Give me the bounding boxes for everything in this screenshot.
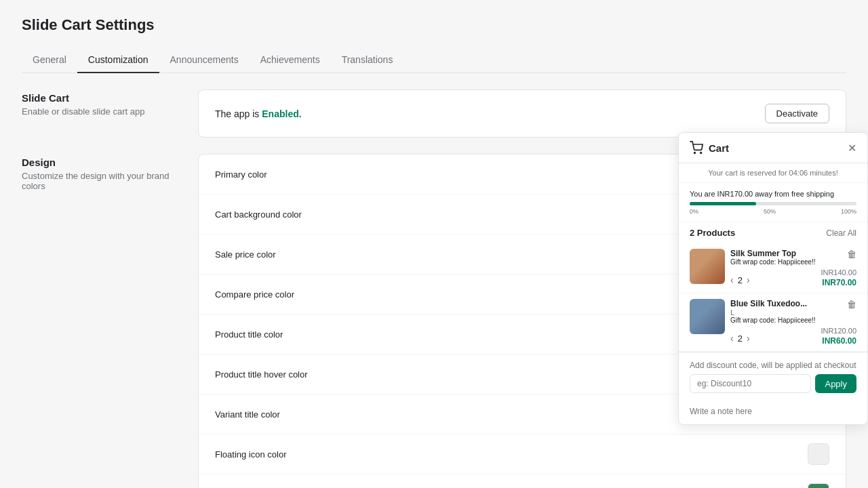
enabled-status: Enabled. (262, 108, 301, 119)
discount-input[interactable] (690, 374, 811, 393)
progress-fill (690, 202, 756, 205)
product-variant-2: L (730, 308, 816, 317)
color-label-7: Floating icon color (215, 449, 287, 460)
color-label-5: Product title hover color (215, 369, 308, 380)
discount-input-row: Apply (690, 374, 856, 393)
cart-products-header: 2 Products Clear All (679, 222, 867, 243)
product-info-1: Silk Summer Top Gift wrap code: Happiice… (730, 249, 856, 287)
price-original-2: INR120.00 (821, 327, 856, 335)
color-label-3: Compare price color (215, 289, 294, 300)
design-section-title: Design (22, 157, 182, 168)
apply-button[interactable]: Apply (815, 374, 856, 393)
tabs-bar: General Customization Announcements Achi… (22, 47, 846, 73)
qty-value-1: 2 (738, 275, 743, 285)
design-section-desc: Customize the design with your brand col… (22, 171, 182, 191)
qty-decrease-2[interactable]: ‹ (730, 333, 734, 344)
color-label-0: Primary color (215, 169, 267, 180)
tab-general[interactable]: General (22, 47, 77, 73)
products-count: 2 Products (690, 228, 735, 238)
color-label-1: Cart background color (215, 209, 302, 220)
tab-announcements[interactable]: Announcements (159, 47, 250, 73)
discount-label: Add discount code, will be applied at ch… (690, 361, 856, 370)
tab-translations[interactable]: Translations (331, 47, 404, 73)
product-prices-2: INR120.00 INR60.00 (821, 327, 856, 346)
clear-all-button[interactable]: Clear All (826, 228, 856, 238)
progress-labels: 0% 50% 100% (690, 208, 856, 215)
price-sale-2: INR60.00 (822, 336, 856, 346)
slide-cart-section-title: Slide Cart (22, 92, 182, 104)
note-label: Write a note here (690, 407, 856, 416)
discount-section: Add discount code, will be applied at ch… (679, 352, 867, 401)
color-label-4: Product title color (215, 329, 283, 340)
deactivate-button[interactable]: Deactivate (765, 104, 829, 123)
qty-decrease-1[interactable]: ‹ (730, 274, 734, 285)
color-label-2: Sale price color (215, 249, 276, 260)
cart-timer: Your cart is reserved for 04:06 minutes! (679, 163, 867, 183)
product-name-2: Blue Silk Tuxedoo... (730, 299, 816, 308)
delete-product-2[interactable]: 🗑 (847, 299, 856, 310)
page-title: Slide Cart Settings (22, 16, 846, 34)
product-prices-1: INR140.00 INR70.00 (821, 268, 856, 287)
gift-wrap-2: Gift wrap code: Happiiceee!! (730, 317, 816, 324)
quantity-control-2: ‹ 2 › (730, 333, 750, 344)
product-name-1: Silk Summer Top (730, 249, 816, 258)
cart-title: Cart (709, 142, 729, 154)
product-info-2: Blue Silk Tuxedoo... L Gift wrap code: H… (730, 299, 856, 346)
tab-customization[interactable]: Customization (77, 47, 159, 73)
shipping-text: You are INR170.00 away from free shippin… (690, 190, 856, 198)
color-swatch-7[interactable] (808, 443, 829, 465)
qty-increase-1[interactable]: › (747, 274, 750, 285)
tab-achievements[interactable]: Achievements (250, 47, 331, 73)
price-sale-1: INR70.00 (822, 278, 856, 287)
quantity-control-1: ‹ 2 › (730, 274, 750, 285)
product-image-1 (690, 249, 725, 284)
svg-point-1 (701, 152, 702, 154)
app-status-text: The app is Enabled. (215, 108, 302, 119)
qty-value-2: 2 (738, 333, 743, 344)
color-row-7: Floating icon color (199, 434, 846, 474)
qty-increase-2[interactable]: › (747, 333, 750, 344)
cart-product-1: Silk Summer Top Gift wrap code: Happiice… (679, 243, 867, 293)
progress-bar (690, 202, 856, 205)
color-row-8: Floating icon background (199, 474, 846, 488)
svg-point-0 (694, 152, 696, 154)
product-image-2 (690, 299, 725, 334)
cart-product-2: Blue Silk Tuxedoo... L Gift wrap code: H… (679, 293, 867, 352)
cart-icon (690, 141, 703, 155)
color-swatch-8[interactable] (808, 483, 829, 488)
delete-product-1[interactable]: 🗑 (847, 249, 856, 260)
slide-cart-section-desc: Enable or disable slide cart app (22, 106, 182, 117)
cart-shipping: You are INR170.00 away from free shippin… (679, 183, 867, 222)
price-original-1: INR140.00 (821, 268, 856, 277)
cart-header: Cart ✕ (679, 133, 867, 163)
cart-panel: Cart ✕ Your cart is reserved for 04:06 m… (678, 132, 868, 425)
gift-wrap-1: Gift wrap code: Happiiceee!! (730, 258, 816, 266)
cart-close-button[interactable]: ✕ (848, 142, 856, 155)
color-label-6: Variant title color (215, 409, 280, 420)
note-section: Write a note here (679, 401, 867, 424)
